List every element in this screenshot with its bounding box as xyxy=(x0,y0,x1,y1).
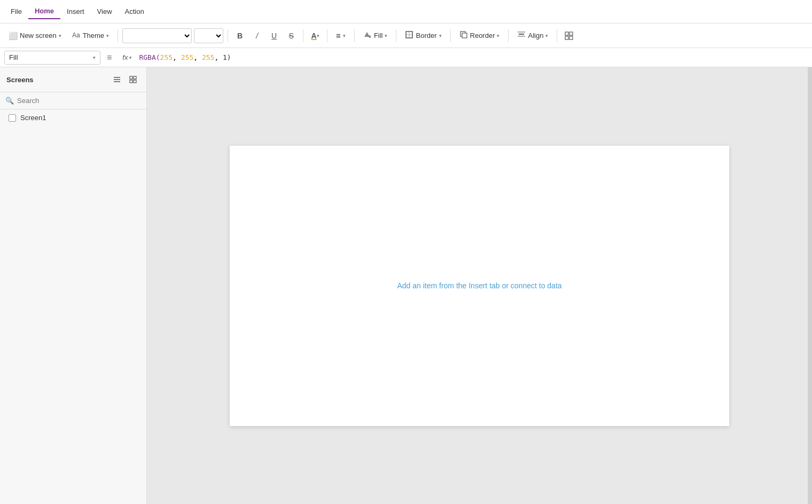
formula-fx-icon: fx xyxy=(122,53,128,61)
rgba-a: 1 xyxy=(223,53,227,61)
screen-list: Screen1 xyxy=(0,109,146,504)
search-icon: 🔍 xyxy=(5,97,14,105)
font-size-select[interactable] xyxy=(194,28,223,43)
svg-rect-5 xyxy=(462,33,467,38)
formula-label: Fill xyxy=(9,53,91,61)
canvas-area[interactable]: Add an item from the Insert tab or conne… xyxy=(147,67,812,504)
rgba-comma1: , xyxy=(173,53,181,61)
formula-label-chevron-icon[interactable]: ▾ xyxy=(93,55,96,60)
list-view-button[interactable] xyxy=(110,73,124,86)
menu-view[interactable]: View xyxy=(91,4,119,19)
reorder-icon xyxy=(459,30,468,41)
svg-rect-7 xyxy=(519,34,524,35)
svg-rect-20 xyxy=(134,80,136,83)
main-area: Screens xyxy=(0,67,812,504)
border-button[interactable]: Border ▾ xyxy=(401,28,446,43)
grid-view-button[interactable] xyxy=(126,73,140,86)
screen-checkbox[interactable] xyxy=(9,114,16,122)
theme-label: Theme xyxy=(83,32,104,40)
canvas-hint-or: or xyxy=(502,281,511,290)
align2-chevron-icon: ▾ xyxy=(545,33,548,38)
border-icon xyxy=(405,30,413,41)
search-bar: 🔍 xyxy=(0,92,146,109)
rgba-close: ) xyxy=(227,53,231,61)
toolbar-sep-6 xyxy=(396,29,396,42)
canvas-sheet[interactable]: Add an item from the Insert tab or conne… xyxy=(230,146,729,426)
menu-insert[interactable]: Insert xyxy=(60,4,91,19)
formula-fx-button[interactable]: fx ▾ xyxy=(118,53,136,61)
text-color-icon: A xyxy=(311,32,317,40)
search-input[interactable] xyxy=(17,97,141,105)
new-screen-button[interactable]: ⬜ New screen ▾ xyxy=(4,29,66,43)
reorder-button[interactable]: Reorder ▾ xyxy=(455,28,504,43)
sidebar-header: Screens xyxy=(0,67,146,92)
rgba-comma3: , xyxy=(214,53,223,61)
toolbar-sep-3 xyxy=(303,29,303,42)
svg-rect-6 xyxy=(518,32,525,33)
fill-icon xyxy=(363,30,372,41)
bold-button[interactable]: B xyxy=(232,28,247,43)
rgba-comma2: , xyxy=(193,53,202,61)
reorder-chevron-icon: ▾ xyxy=(497,33,499,38)
align2-icon xyxy=(517,30,526,41)
toolbar-sep-4 xyxy=(327,29,327,42)
menu-home[interactable]: Home xyxy=(28,4,60,19)
border-chevron-icon: ▾ xyxy=(439,33,442,38)
formula-rgba-display: RGBA(255, 255, 255, 1) xyxy=(139,53,231,61)
theme-button[interactable]: Aa Theme ▾ xyxy=(68,28,113,43)
text-color-chevron-icon: ▾ xyxy=(317,33,319,38)
right-scrollbar[interactable] xyxy=(808,67,812,504)
fill-label: Fill xyxy=(374,32,383,40)
svg-rect-10 xyxy=(565,32,568,35)
sidebar-title: Screens xyxy=(6,76,34,84)
rgba-r: 255 xyxy=(160,53,173,61)
svg-rect-18 xyxy=(134,76,136,79)
formula-fx-chevron-icon: ▾ xyxy=(129,55,131,60)
toolbar: ⬜ New screen ▾ Aa Theme ▾ B / U S A ▾ xyxy=(0,23,812,48)
align-button[interactable]: ≡ ▾ xyxy=(332,28,350,43)
fill-chevron-icon: ▾ xyxy=(385,33,387,38)
sidebar: Screens xyxy=(0,67,147,504)
toolbar-sep-8 xyxy=(508,29,509,42)
canvas-hint: Add an item from the Insert tab or conne… xyxy=(397,281,561,290)
svg-rect-13 xyxy=(569,36,573,40)
toolbar-sep-9 xyxy=(557,29,557,42)
align-chevron-icon: ▾ xyxy=(343,33,346,38)
rgba-func: RGBA( xyxy=(139,53,160,61)
svg-rect-12 xyxy=(565,36,568,40)
toolbar-sep-7 xyxy=(450,29,451,42)
toolbar-sep-1 xyxy=(118,29,118,42)
formula-bar: Fill ▾ ≡ fx ▾ RGBA(255, 255, 255, 1) xyxy=(0,48,812,67)
text-color-button[interactable]: A ▾ xyxy=(308,28,323,43)
align-icon: ≡ xyxy=(336,31,341,40)
svg-rect-11 xyxy=(569,32,573,35)
font-family-select[interactable] xyxy=(122,28,192,43)
italic-button[interactable]: / xyxy=(249,28,264,43)
theme-icon: Aa xyxy=(72,30,81,41)
align2-label: Align xyxy=(528,32,543,40)
fill-button[interactable]: Fill ▾ xyxy=(359,28,392,43)
new-screen-chevron-icon: ▾ xyxy=(59,33,61,38)
toolbar-sep-5 xyxy=(354,29,355,42)
svg-rect-17 xyxy=(130,76,132,79)
svg-rect-19 xyxy=(130,80,132,83)
menu-bar: File Home Insert View Action xyxy=(0,0,812,23)
menu-action[interactable]: Action xyxy=(119,4,151,19)
theme-chevron-icon: ▾ xyxy=(106,33,109,38)
align2-button[interactable]: Align ▾ xyxy=(513,28,552,43)
canvas-hint-insert[interactable]: Add an item from the Insert tab xyxy=(397,281,499,290)
underline-button[interactable]: U xyxy=(267,28,282,43)
strikethrough-button[interactable]: S xyxy=(284,28,299,43)
reorder-label: Reorder xyxy=(470,32,495,40)
menu-file[interactable]: File xyxy=(4,4,28,19)
new-screen-icon: ⬜ xyxy=(9,32,18,40)
screen-item[interactable]: Screen1 xyxy=(2,111,144,125)
svg-rect-8 xyxy=(518,36,525,37)
canvas-hint-connect[interactable]: connect to data xyxy=(511,281,562,290)
formula-label-box[interactable]: Fill ▾ xyxy=(4,51,100,65)
border-label: Border xyxy=(416,32,436,40)
extra-button[interactable] xyxy=(561,28,576,43)
rgba-b: 255 xyxy=(202,53,214,61)
rgba-g: 255 xyxy=(181,53,193,61)
formula-input-area[interactable]: RGBA(255, 255, 255, 1) xyxy=(139,53,808,61)
